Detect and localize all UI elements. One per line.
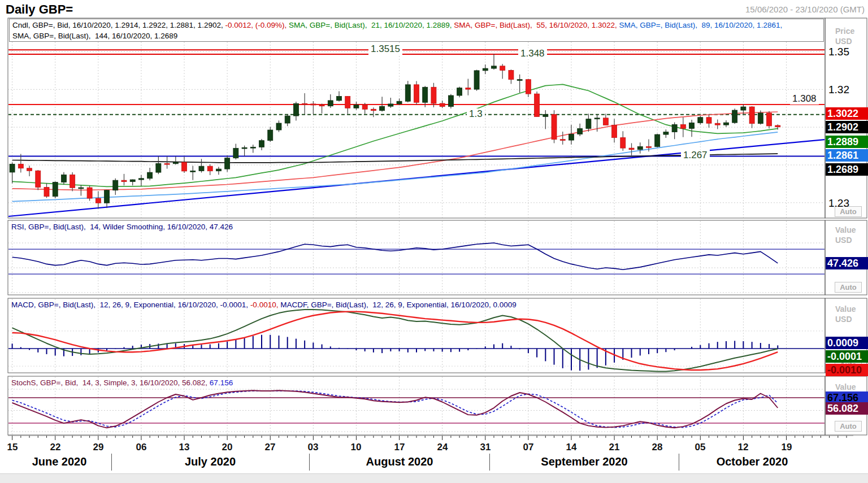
- axis-badge-0.0009: 0.0009: [826, 337, 868, 349]
- legend-segment: StochS, GBP=, Bid, 14, 3, Simple, 3, 16/…: [11, 378, 210, 387]
- price-tick-1.35: 1.35: [828, 46, 849, 58]
- price-tick-1.23: 1.23: [828, 197, 849, 210]
- stoch-axis-unit-value: Value: [835, 382, 856, 392]
- x-day-label-07: 07: [523, 442, 534, 453]
- stoch-auto-button[interactable]: Auto: [835, 421, 862, 432]
- level-label-1.3: 1.3: [467, 108, 485, 120]
- axis-badge-47.426: 47.426: [826, 257, 868, 269]
- x-month-label: July 2020: [185, 455, 236, 468]
- price-tick-1.32: 1.32: [828, 84, 849, 96]
- rsi-axis-unit-usd: USD: [835, 235, 856, 245]
- axis-badge-1.3022: 1.3022: [826, 107, 868, 120]
- chart-canvas[interactable]: [0, 0, 868, 483]
- rsi-legend: RSI, GBP=, Bid(Last), 14, Wilder Smoothi…: [11, 221, 233, 232]
- x-month-label: June 2020: [32, 455, 87, 468]
- level-label-1.3515: 1.3515: [368, 43, 402, 55]
- axis-badge--0.0010: -0.0010: [826, 364, 868, 376]
- price-axis-unit-usd: USD: [835, 36, 854, 46]
- axis-badge--0.0001: -0.0001: [826, 350, 868, 363]
- legend-segment: SMA, GBP=, Bid(Last), 89, 16/10/2020, 1.…: [619, 21, 784, 29]
- page-title: Daily GBP=: [6, 2, 73, 17]
- x-day-label-14: 14: [566, 442, 577, 453]
- x-day-label-27: 27: [265, 442, 276, 453]
- price-axis-unit-price: Price: [835, 26, 854, 36]
- legend-segment: Cndl, GBP=, Bid, 16/10/2020, 1.2914, 1.2…: [12, 21, 225, 29]
- x-month-separator: [679, 454, 679, 471]
- x-day-label-31: 31: [480, 442, 491, 453]
- x-day-label-21: 21: [609, 442, 620, 453]
- legend-segment: SMA, GBP=, Bid(Last), 55, 16/10/2020, 1.…: [454, 21, 619, 29]
- level-label-1.308: 1.308: [790, 93, 819, 105]
- x-day-label-05: 05: [695, 442, 706, 453]
- x-month-label: August 2020: [366, 455, 433, 468]
- legend-segment: MACD, GBP=, Bid(Last), 12, 26, 9, Expone…: [11, 301, 250, 309]
- x-day-label-19: 19: [782, 442, 792, 453]
- x-day-label-10: 10: [351, 442, 362, 453]
- x-day-label-06: 06: [136, 442, 147, 453]
- x-day-label-20: 20: [222, 442, 233, 453]
- rsi-axis-unit-value: Value: [835, 225, 856, 235]
- x-day-label-24: 24: [437, 442, 448, 453]
- x-day-label-15: 15: [7, 442, 18, 453]
- x-day-label-29: 29: [93, 442, 104, 453]
- date-range: 15/06/2020 - 23/10/2020 (GMT): [695, 5, 865, 14]
- x-month-separator: [111, 454, 112, 471]
- x-month-label: September 2020: [541, 455, 627, 468]
- macd-axis-unit-usd: USD: [835, 314, 856, 324]
- rsi-auto-button[interactable]: Auto: [835, 282, 862, 293]
- legend-segment: 67.156: [210, 378, 233, 387]
- price-legend-line2: SMA, GBP=, Bid(Last), 144, 16/10/2020, 1…: [12, 31, 823, 41]
- x-day-label-13: 13: [179, 442, 190, 453]
- legend-segment: SMA, GBP=, Bid(Last), 144, 16/10/2020, 1…: [12, 32, 177, 40]
- x-day-label-03: 03: [308, 442, 319, 453]
- legend-segment: RSI, GBP=, Bid(Last), 14, Wilder Smoothi…: [11, 223, 233, 231]
- price-axis-unit: Price USD: [835, 26, 854, 46]
- x-month-separator: [489, 454, 490, 471]
- x-day-label-22: 22: [50, 442, 61, 453]
- legend-segment: -0.0010,: [250, 301, 280, 309]
- axis-badge-1.2861: 1.2861: [826, 149, 868, 162]
- rsi-axis-unit: Value USD: [835, 225, 856, 245]
- macd-legend: MACD, GBP=, Bid(Last), 12, 26, 9, Expone…: [11, 299, 517, 310]
- price-legend-line1: Cndl, GBP=, Bid, 16/10/2020, 1.2914, 1.2…: [12, 20, 823, 31]
- macd-axis-unit: Value USD: [835, 304, 856, 324]
- x-day-label-17: 17: [394, 442, 405, 453]
- level-label-1.267: 1.267: [681, 150, 710, 161]
- legend-segment: MACDF, GBP=, Bid(Last), 12, 26, 9, Expon…: [280, 301, 517, 309]
- macd-axis-unit-value: Value: [835, 304, 856, 314]
- x-day-label-28: 28: [652, 442, 663, 453]
- axis-badge-1.2902: 1.2902: [826, 121, 868, 133]
- stoch-axis-unit: Value: [835, 382, 856, 392]
- axis-badge-1.2689: 1.2689: [826, 163, 868, 176]
- axis-badge-1.2889: 1.2889: [826, 136, 868, 148]
- chart-window: Daily GBP= 15/06/2020 - 23/10/2020 (GMT)…: [0, 0, 868, 483]
- footer-bar: [0, 473, 868, 483]
- legend-segment: SMA, GBP=, Bid(Last), 21, 16/10/2020, 1.…: [289, 21, 454, 29]
- price-legend-box: Cndl, GBP=, Bid, 16/10/2020, 1.2914, 1.2…: [9, 19, 824, 42]
- axis-badge-56.082: 56.082: [826, 402, 868, 415]
- x-month-label: October 2020: [717, 455, 788, 468]
- stoch-legend: StochS, GBP=, Bid, 14, 3, Simple, 3, 16/…: [11, 377, 233, 388]
- level-label-1.348: 1.348: [518, 48, 547, 59]
- x-day-label-12: 12: [738, 442, 749, 453]
- x-month-separator: [309, 454, 310, 471]
- legend-segment: -0.0012, (-0.09%),: [225, 21, 289, 29]
